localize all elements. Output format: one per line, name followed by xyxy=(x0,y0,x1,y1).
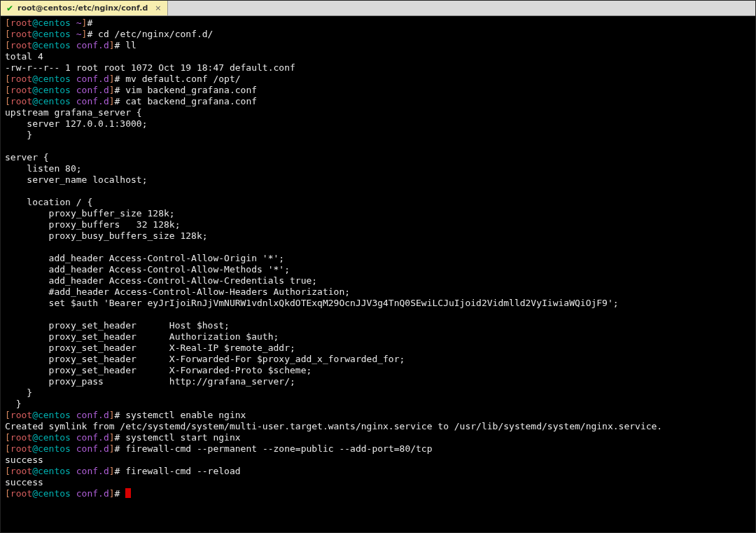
out-success: success xyxy=(5,477,43,487)
bracket: [ xyxy=(5,18,10,28)
prompt-cwd: conf.d xyxy=(76,443,109,454)
cmd-mv: mv default.conf /opt/ xyxy=(120,74,240,84)
prompt-cwd: ~ xyxy=(76,18,82,28)
prompt-hostname: @centos xyxy=(32,74,76,84)
tab-active[interactable]: ✔ root@centos:/etc/nginx/conf.d × xyxy=(1,1,168,15)
conf-line: set $auth 'Bearer eyJrIjoiRnJjVmNURW1vdn… xyxy=(5,298,619,308)
prompt-cwd: conf.d xyxy=(76,466,109,476)
bracket: [ xyxy=(5,488,10,499)
conf-line: proxy_set_header X-Forwarded-Proto $sche… xyxy=(5,365,312,375)
tab-title: root@centos:/etc/nginx/conf.d xyxy=(18,4,148,13)
bracket: [ xyxy=(5,432,10,443)
conf-line: proxy_set_header X-Real-IP $remote_addr; xyxy=(5,342,295,353)
bracket: ] xyxy=(109,85,115,95)
bracket: ] xyxy=(109,466,115,476)
prompt-cwd: conf.d xyxy=(76,410,109,420)
cmd-ll: ll xyxy=(120,40,136,50)
bracket: [ xyxy=(5,40,10,50)
prompt-hostname: @centos xyxy=(32,466,76,476)
prompt-user: root xyxy=(10,488,32,499)
prompt-user: root xyxy=(10,466,32,476)
terminal-output: [root@centos ~]# [root@centos ~]# cd /et… xyxy=(5,18,751,499)
conf-line: server 127.0.0.1:3000; xyxy=(5,118,148,129)
conf-line: server_name localhost; xyxy=(5,174,148,185)
bracket: [ xyxy=(5,466,10,476)
prompt-user: root xyxy=(10,29,32,39)
out-total: total 4 xyxy=(5,51,43,62)
bracket: ] xyxy=(109,410,115,420)
bracket: [ xyxy=(5,85,10,95)
conf-line: location / { xyxy=(5,197,92,207)
conf-line: proxy_buffer_size 128k; xyxy=(5,208,175,219)
conf-line: proxy_buffers 32 128k; xyxy=(5,219,180,230)
prompt-user: root xyxy=(10,410,32,420)
cmd-vim: vim backend_grafana.conf xyxy=(120,85,257,95)
out-symlink: Created symlink from /etc/systemd/system… xyxy=(5,421,662,431)
bracket: [ xyxy=(5,29,10,39)
prompt-cwd: conf.d xyxy=(76,74,109,84)
prompt-cwd: conf.d xyxy=(76,96,109,106)
conf-line: server { xyxy=(5,152,49,162)
conf-line: add_header Access-Control-Allow-Credenti… xyxy=(5,275,317,286)
cursor xyxy=(125,488,131,498)
conf-line: add_header Access-Control-Allow-Methods … xyxy=(5,264,290,275)
prompt-hostname: @centos xyxy=(32,29,76,39)
prompt-cwd: conf.d xyxy=(76,488,109,499)
prompt-hostname: @centos xyxy=(32,96,76,106)
conf-line: add_header Access-Control-Allow-Origin '… xyxy=(5,253,284,263)
cmd-cat: cat backend_grafana.conf xyxy=(120,96,257,106)
conf-line: } xyxy=(5,130,32,140)
prompt-hostname: @centos xyxy=(32,18,76,28)
terminal-viewport[interactable]: [root@centos ~]# [root@centos ~]# cd /et… xyxy=(1,16,755,532)
prompt-cwd: conf.d xyxy=(76,432,109,443)
prompt-user: root xyxy=(10,443,32,454)
bracket: ] xyxy=(109,488,115,499)
prompt-hostname: @centos xyxy=(32,488,76,499)
check-icon: ✔ xyxy=(6,4,13,13)
conf-line: proxy_busy_buffers_size 128k; xyxy=(5,230,208,241)
prompt-user: root xyxy=(10,18,32,28)
conf-line: proxy_set_header Authorization $auth; xyxy=(5,331,279,342)
prompt-hostname: @centos xyxy=(32,432,76,443)
bracket: ] xyxy=(109,74,115,84)
tab-bar: ✔ root@centos:/etc/nginx/conf.d × xyxy=(1,1,755,16)
cmd-enable: systemctl enable nginx xyxy=(120,410,246,420)
prompt-user: root xyxy=(10,74,32,84)
prompt-cwd: conf.d xyxy=(76,40,109,50)
prompt-hostname: @centos xyxy=(32,40,76,50)
prompt-hostname: @centos xyxy=(32,443,76,454)
prompt-hostname: @centos xyxy=(32,85,76,95)
conf-line: listen 80; xyxy=(5,163,82,174)
prompt-cwd: conf.d xyxy=(76,85,109,95)
bracket: ] xyxy=(109,40,115,50)
bracket: [ xyxy=(5,96,10,106)
out-lsline: -rw-r--r-- 1 root root 1072 Oct 19 18:47… xyxy=(5,62,295,73)
prompt-cwd: ~ xyxy=(76,29,82,39)
cmd-cd: cd /etc/nginx/conf.d/ xyxy=(92,29,213,39)
conf-line: } xyxy=(5,399,21,409)
bracket: ] xyxy=(109,96,115,106)
cmd-firewall-reload: firewall-cmd --reload xyxy=(120,466,240,476)
cmd xyxy=(120,488,125,499)
conf-line: } xyxy=(5,387,32,398)
prompt-hostname: @centos xyxy=(32,410,76,420)
prompt-user: root xyxy=(10,432,32,443)
prompt-user: root xyxy=(10,96,32,106)
prompt-user: root xyxy=(10,85,32,95)
out-success: success xyxy=(5,455,43,465)
cmd-firewall-add: firewall-cmd --permanent --zone=public -… xyxy=(120,443,432,454)
conf-line: proxy_set_header X-Forwarded-For $proxy_… xyxy=(5,354,405,364)
cmd-start: systemctl start nginx xyxy=(120,432,240,443)
prompt-user: root xyxy=(10,40,32,50)
close-icon[interactable]: × xyxy=(155,4,161,13)
bracket: [ xyxy=(5,410,10,420)
bracket: [ xyxy=(5,443,10,454)
conf-line: proxy_set_header Host $host; xyxy=(5,320,230,331)
prompt-hash: # xyxy=(87,18,92,28)
bracket: [ xyxy=(5,74,10,84)
conf-line: proxy_pass http://grafana_server/; xyxy=(5,376,295,387)
bracket: ] xyxy=(109,432,115,443)
conf-line: upstream grafana_server { xyxy=(5,107,142,118)
terminal-window: ✔ root@centos:/etc/nginx/conf.d × [root@… xyxy=(0,0,756,533)
bracket: ] xyxy=(109,443,115,454)
